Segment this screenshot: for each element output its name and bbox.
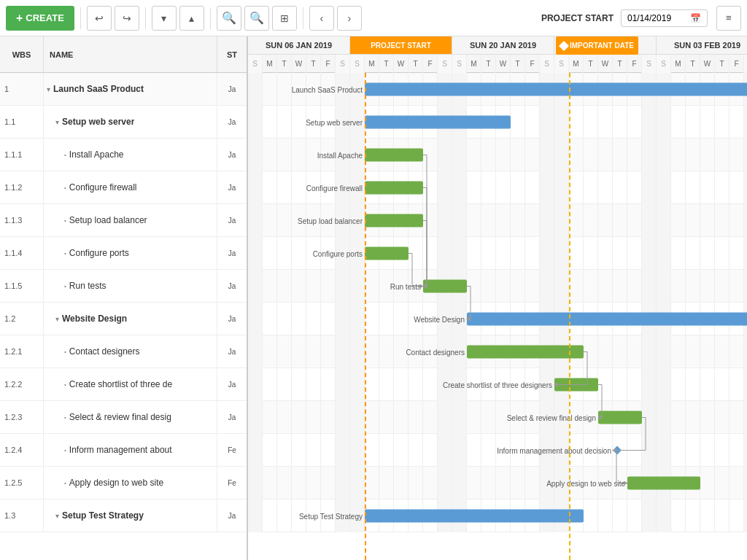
gantt-day-bg xyxy=(657,467,671,499)
table-row[interactable]: 1.2.5•Apply design to web siteFe xyxy=(0,467,247,499)
table-row[interactable]: 1.1.5•Run testsJa xyxy=(0,270,247,303)
gantt-day-bg xyxy=(700,368,715,401)
gantt-day-bg xyxy=(511,401,525,434)
gantt-day-bg xyxy=(292,270,306,303)
redo-button[interactable]: ↪ xyxy=(115,6,139,31)
gantt-day-bg xyxy=(277,106,292,139)
gantt-day-bg xyxy=(525,270,540,303)
gantt-day-bg xyxy=(554,73,569,106)
gantt-day-bg xyxy=(379,139,394,171)
gantt-day-bg xyxy=(554,434,569,467)
gantt-day-bg xyxy=(409,401,423,434)
prev-button[interactable]: ‹ xyxy=(309,6,334,31)
gantt-day-bg xyxy=(671,303,686,335)
gantt-day-bg xyxy=(481,73,496,106)
gantt-day-bg xyxy=(569,467,584,499)
gantt-day-bg xyxy=(409,106,423,139)
gantt-day-bg xyxy=(263,335,277,368)
gantt-day-bg xyxy=(277,73,292,106)
gantt-day-bg xyxy=(423,139,438,171)
undo-button[interactable]: ↩ xyxy=(87,6,112,31)
next-button[interactable]: › xyxy=(337,6,362,31)
task-dot-icon: • xyxy=(64,349,66,355)
zoom-in-button[interactable]: 🔍 xyxy=(217,6,241,31)
table-row[interactable]: 1.1.4•Configure portsJa xyxy=(0,237,247,270)
table-row[interactable]: 1.2▾Website DesignJa xyxy=(0,303,247,335)
gantt-day-bg xyxy=(277,335,292,368)
expand-chevron-icon[interactable]: ▾ xyxy=(55,315,59,323)
table-row[interactable]: 1.1.3•Setup load balancerJa xyxy=(0,204,247,237)
gantt-day-bg xyxy=(263,106,277,139)
gantt-day-bg xyxy=(452,106,467,139)
table-header: WBS NAME ST xyxy=(0,36,247,73)
menu-button[interactable]: ≡ xyxy=(716,6,741,31)
gantt-day-bg xyxy=(438,499,452,532)
gantt-day-bg xyxy=(409,303,423,335)
expand-chevron-icon[interactable]: ▾ xyxy=(55,512,59,520)
table-row[interactable]: 1▾Launch SaaS ProductJa xyxy=(0,73,247,106)
table-row[interactable]: 1.2.2•Create shortlist of three deJa xyxy=(0,368,247,401)
gantt-day-bg xyxy=(423,368,438,401)
important-date-badge: IMPORTANT DATE xyxy=(556,36,638,55)
gantt-day-bg xyxy=(540,73,554,106)
gantt-day-bg xyxy=(613,139,627,171)
gantt-day-bg xyxy=(292,139,306,171)
create-button[interactable]: + CREATE xyxy=(6,6,74,31)
gantt-day-bg xyxy=(248,270,263,303)
gantt-day-bg xyxy=(292,73,306,106)
gantt-day-bg xyxy=(423,270,438,303)
gantt-day-bg xyxy=(569,171,584,204)
table-row[interactable]: 1.1.1•Install ApacheJa xyxy=(0,139,247,171)
gantt-day-bg xyxy=(525,204,540,237)
gantt-day-bg xyxy=(671,139,686,171)
table-row[interactable]: 1.2.1•Contact designersJa xyxy=(0,335,247,368)
gantt-day-bg xyxy=(496,434,511,467)
view-toggle-button[interactable]: ⊞ xyxy=(272,6,297,31)
date-input[interactable] xyxy=(627,13,686,23)
gantt-day-bg xyxy=(671,467,686,499)
gantt-day-bg xyxy=(336,467,350,499)
gantt-day-bg xyxy=(744,204,747,237)
gantt-day-bg xyxy=(321,171,336,204)
cell-name: •Inform management about xyxy=(44,434,217,466)
table-row[interactable]: 1.2.3•Select & review final desigJa xyxy=(0,401,247,434)
gantt-day-bg xyxy=(744,303,747,335)
zoom-out-button[interactable]: 🔍 xyxy=(244,6,269,31)
expand-chevron-icon[interactable]: ▾ xyxy=(55,118,59,126)
expand-button[interactable]: ▴ xyxy=(179,6,204,31)
gantt-day-bg xyxy=(365,499,379,532)
gantt-day-bg xyxy=(379,237,394,270)
gantt-day-bg xyxy=(686,73,700,106)
cell-wbs: 1.2.4 xyxy=(0,434,44,466)
table-row[interactable]: 1.1▾Setup web serverJa xyxy=(0,106,247,139)
gantt-day-bg xyxy=(700,139,715,171)
gantt-day-bg xyxy=(511,303,525,335)
gantt-day-bg xyxy=(613,335,627,368)
gantt-day-bg xyxy=(321,401,336,434)
table-row[interactable]: 1.2.4•Inform management aboutFe xyxy=(0,434,247,467)
gantt-day-bg xyxy=(686,106,700,139)
gantt-day-bg xyxy=(321,204,336,237)
day-cell: M xyxy=(467,55,481,73)
gantt-day-bg xyxy=(598,73,613,106)
gantt-row xyxy=(248,434,747,467)
table-row[interactable]: 1.3▾Setup Test StrategyJa xyxy=(0,499,247,532)
task-dot-icon: • xyxy=(64,447,66,454)
gantt-day-bg xyxy=(336,270,350,303)
table-row[interactable]: 1.1.2•Configure firewallJa xyxy=(0,171,247,204)
gantt-day-bg xyxy=(584,139,598,171)
gantt-day-bg xyxy=(627,401,642,434)
gantt-day-bg xyxy=(350,303,365,335)
gantt-day-bg xyxy=(700,499,715,532)
cell-wbs: 1.2.2 xyxy=(0,368,44,400)
gantt-day-bg xyxy=(715,237,729,270)
gantt-day-bg xyxy=(438,204,452,237)
gantt-day-bg xyxy=(569,434,584,467)
gantt-day-bg xyxy=(394,139,409,171)
gantt-day-bg xyxy=(394,204,409,237)
collapse-button[interactable]: ▾ xyxy=(152,6,177,31)
expand-chevron-icon[interactable]: ▾ xyxy=(47,85,50,93)
gantt-day-bg xyxy=(292,467,306,499)
calendar-icon[interactable]: 📅 xyxy=(690,13,701,23)
gantt-day-bg xyxy=(700,434,715,467)
